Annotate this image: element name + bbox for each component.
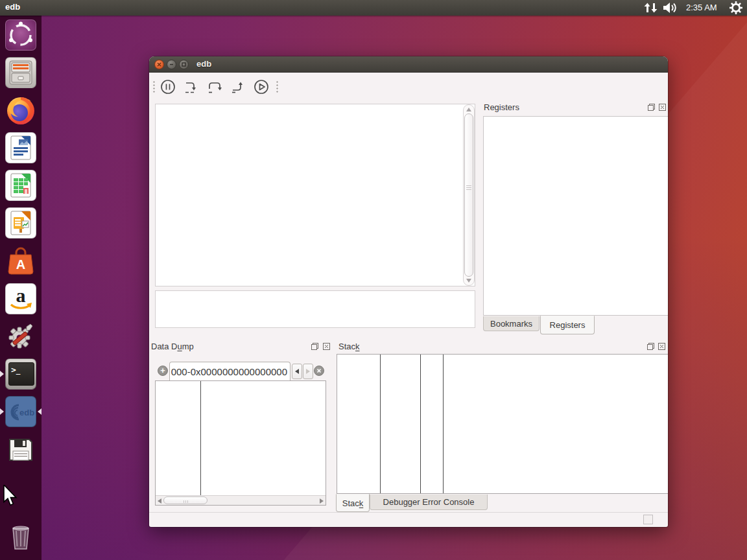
launcher-settings-icon[interactable] <box>5 321 36 352</box>
data-dump-close-button[interactable] <box>322 342 331 351</box>
tab-registers[interactable]: Registers <box>540 316 595 334</box>
dump-tab-right-arrow[interactable] <box>303 364 313 379</box>
stack-float-button[interactable] <box>646 342 655 351</box>
top-panel: edb 2:35 AM <box>0 0 747 16</box>
launcher-edb-icon[interactable]: edb <box>5 396 36 427</box>
tab-stack[interactable]: Stack <box>336 494 370 512</box>
unity-launcher: A a >_ <box>0 16 42 560</box>
run-button[interactable] <box>252 78 270 96</box>
stack-column-line <box>420 355 421 493</box>
clock[interactable]: 2:35 AM <box>686 3 717 12</box>
add-dump-tab-button[interactable]: + <box>158 366 168 376</box>
launcher-ubuntu-dash-icon[interactable] <box>5 19 36 51</box>
registers-close-button[interactable] <box>658 103 667 111</box>
step-into-button[interactable] <box>182 78 200 96</box>
registers-view[interactable] <box>483 116 668 316</box>
toolbar-handle[interactable] <box>153 80 155 94</box>
edb-focused-indicator-right <box>38 408 42 415</box>
desktop: edb 2:35 AM <box>0 0 747 560</box>
launcher-software-icon[interactable]: A <box>5 246 36 277</box>
svg-text:edb: edb <box>19 408 34 417</box>
launcher-floppy-icon[interactable] <box>5 434 36 465</box>
window-title: edb <box>196 59 211 69</box>
launcher-impress-icon[interactable] <box>5 207 36 239</box>
toolbar-handle-2[interactable] <box>276 80 278 94</box>
launcher-calc-icon[interactable] <box>5 170 36 201</box>
stack-view[interactable] <box>337 354 668 494</box>
window-minimize-button[interactable] <box>167 60 176 69</box>
session-gear-icon[interactable] <box>729 1 742 14</box>
data-dump-view[interactable] <box>155 380 326 506</box>
tab-bookmarks[interactable]: Bookmarks <box>483 316 540 331</box>
pause-button[interactable] <box>159 78 177 96</box>
disassembly-scrollbar[interactable] <box>463 104 475 286</box>
launcher-trash-icon[interactable] <box>5 522 36 553</box>
tab-debugger-error-console[interactable]: Debugger Error Console <box>370 495 488 510</box>
data-dump-panel-title: Data Dump <box>151 342 194 351</box>
launcher-amazon-icon[interactable]: a <box>5 283 36 314</box>
svg-text:a: a <box>16 285 26 306</box>
scrollbar-thumb[interactable] <box>464 113 473 277</box>
data-dump-hscrollbar[interactable] <box>156 495 326 505</box>
close-dump-tab-button[interactable] <box>314 366 324 376</box>
window-statusbar <box>149 512 668 527</box>
registers-float-button[interactable] <box>647 103 656 111</box>
volume-icon[interactable] <box>663 2 678 14</box>
stack-column-line <box>443 355 444 493</box>
network-arrows-icon[interactable] <box>644 3 658 13</box>
data-dump-float-button[interactable] <box>311 342 319 351</box>
dump-address-tab[interactable]: 000-0x0000000000000000 <box>169 362 290 381</box>
svg-text:A: A <box>16 257 25 272</box>
window-titlebar[interactable]: edb <box>149 56 668 73</box>
disassembly-view[interactable] <box>155 104 475 286</box>
launcher-files-icon[interactable] <box>5 57 36 88</box>
registers-panel-title: Registers <box>484 102 519 112</box>
step-out-button[interactable] <box>229 78 247 96</box>
window-close-button[interactable] <box>154 60 164 69</box>
active-app-name[interactable]: edb <box>5 2 20 12</box>
stack-column-line <box>380 355 381 493</box>
debug-toolbar <box>149 73 668 100</box>
launcher-terminal-icon[interactable]: >_ <box>5 358 36 390</box>
hscrollbar-thumb[interactable] <box>163 496 208 504</box>
data-dump-column-divider <box>200 381 201 495</box>
window-resize-grip[interactable] <box>643 515 653 524</box>
step-over-button[interactable] <box>206 78 224 96</box>
launcher-writer-icon[interactable] <box>5 132 36 163</box>
stack-panel-title: Stack <box>338 342 360 351</box>
window-maximize-button[interactable] <box>179 60 189 69</box>
mouse-cursor <box>3 485 19 508</box>
edb-window: edb <box>149 56 668 527</box>
status-info-box <box>155 290 475 328</box>
edb-focused-indicator-left <box>0 408 4 415</box>
launcher-firefox-icon[interactable] <box>5 95 36 126</box>
terminal-running-indicator <box>0 371 4 377</box>
stack-close-button[interactable] <box>658 342 666 351</box>
dump-tab-left-arrow[interactable] <box>292 364 302 379</box>
